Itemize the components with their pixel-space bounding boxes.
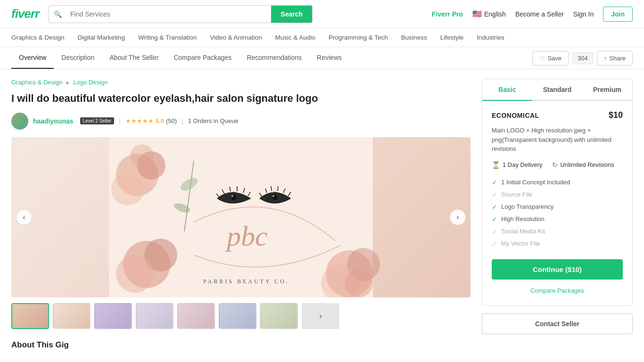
gallery-container: pbc PARRIS BEAUTY CO. ‹ › xyxy=(11,137,471,297)
gallery-prev-button[interactable]: ‹ xyxy=(16,209,32,225)
check-icon: ✓ xyxy=(492,203,497,211)
language-selector[interactable]: 🇺🇸 English xyxy=(472,9,506,18)
fiverr-pro-link[interactable]: Fiverr Pro xyxy=(432,10,463,18)
nav-item-graphics---design[interactable]: Graphics & Design xyxy=(11,28,65,47)
heart-icon: ♡ xyxy=(539,55,545,62)
header-right: Fiverr Pro 🇺🇸 English Become a Seller Si… xyxy=(432,7,633,22)
svg-line-25 xyxy=(271,186,272,191)
breadcrumb-subcategory[interactable]: Logo Design xyxy=(73,79,107,86)
become-seller-link[interactable]: Become a Seller xyxy=(515,10,564,18)
svg-point-4 xyxy=(130,144,154,168)
sign-in-link[interactable]: Sign In xyxy=(573,10,594,18)
sub-nav-item-compare-packages[interactable]: Compare Packages xyxy=(166,47,239,69)
sub-nav-item-overview[interactable]: Overview xyxy=(11,47,54,69)
svg-point-34 xyxy=(345,269,373,297)
rating: ★★★★★ 5.0 (50) xyxy=(125,117,177,124)
delivery-meta: ⏳ 1 Day Delivery xyxy=(492,161,543,169)
seller-info: haadiyounas Level 2 Seller | ★★★★★ 5.0 (… xyxy=(11,113,471,130)
feature-item: ✓High Resolution xyxy=(492,213,623,225)
nav-item-writing---translation[interactable]: Writing & Translation xyxy=(138,28,197,47)
nav-item-industries[interactable]: Industries xyxy=(477,28,504,47)
feature-label: 1 Initial Concept Included xyxy=(501,179,570,186)
feature-item: ✓1 Initial Concept Included xyxy=(492,176,623,189)
breadcrumb-category[interactable]: Graphics & Design xyxy=(11,79,62,86)
thumbnail-2[interactable] xyxy=(53,303,91,329)
sub-nav-item-reviews[interactable]: Reviews xyxy=(309,47,349,69)
share-label: Share xyxy=(609,55,626,62)
breadcrumb-separator: ► xyxy=(65,80,70,85)
nav-item-business[interactable]: Business xyxy=(401,28,427,47)
sub-nav: OverviewDescriptionAbout The SellerCompa… xyxy=(0,47,644,69)
avatar xyxy=(11,113,28,130)
logo[interactable]: fiverr xyxy=(11,7,39,21)
language-label: English xyxy=(484,10,506,18)
package-card: BasicStandardPremium ECONOMICAL $10 Main… xyxy=(482,79,633,306)
nav-item-lifestyle[interactable]: Lifestyle xyxy=(440,28,464,47)
thumbnail-5[interactable] xyxy=(177,303,215,329)
package-body: ECONOMICAL $10 Main LOGO + High resoluti… xyxy=(482,101,632,305)
clock-icon: ⏳ xyxy=(492,161,500,169)
feature-item: ✓Source File xyxy=(492,189,623,201)
save-count: 304 xyxy=(572,52,593,64)
package-tab-basic[interactable]: Basic xyxy=(482,79,532,101)
save-button[interactable]: ♡ Save xyxy=(532,51,569,66)
nav-item-programming---tech[interactable]: Programming & Tech xyxy=(329,28,388,47)
thumbnails: › xyxy=(11,303,471,329)
gig-title: I will do beautiful watercolor eyelash,h… xyxy=(11,91,471,106)
sub-nav-right: ♡ Save 304 ↑ Share xyxy=(532,51,633,66)
sub-nav-item-about-the-seller[interactable]: About The Seller xyxy=(102,47,166,69)
left-column: Graphics & Design ► Logo Design I will d… xyxy=(11,79,471,350)
feature-label: My Vector File xyxy=(501,240,540,247)
seller-badge: Level 2 Seller xyxy=(80,117,115,124)
main-content: Graphics & Design ► Logo Design I will d… xyxy=(0,69,644,359)
package-meta: ⏳ 1 Day Delivery ↻ Unlimited Revisions xyxy=(492,161,623,169)
package-tab-premium[interactable]: Premium xyxy=(582,79,632,101)
rating-value: 5.0 xyxy=(156,117,164,124)
check-icon: ✓ xyxy=(492,179,497,186)
continue-button[interactable]: Continue ($10) xyxy=(492,259,623,280)
feature-label: High Resolution xyxy=(501,215,545,222)
avatar-image xyxy=(11,113,28,130)
feature-label: Social Media Kit xyxy=(501,228,545,235)
thumbnail-1[interactable] xyxy=(11,303,49,329)
gallery-inner: pbc PARRIS BEAUTY CO. xyxy=(11,137,471,297)
thumbnail-next-arrow[interactable]: › xyxy=(302,303,339,329)
svg-point-10 xyxy=(116,255,154,293)
package-tab-standard[interactable]: Standard xyxy=(532,79,582,101)
feature-label: Logo Transparency xyxy=(501,203,553,210)
join-button[interactable]: Join xyxy=(603,7,633,22)
share-button[interactable]: ↑ Share xyxy=(597,51,633,66)
contact-seller-button[interactable]: Contact Seller xyxy=(482,313,633,334)
header: fiverr 🔍 Search Fiverr Pro 🇺🇸 English Be… xyxy=(0,0,644,28)
save-label: Save xyxy=(547,55,561,62)
uncheck-icon: ✓ xyxy=(492,240,497,247)
revisions-label: Unlimited Revisions xyxy=(561,161,614,168)
svg-point-13 xyxy=(231,195,233,197)
search-button[interactable]: Search xyxy=(271,6,312,23)
compare-packages-link[interactable]: Compare Packages xyxy=(492,285,623,296)
package-features: ✓1 Initial Concept Included✓Source File✓… xyxy=(492,176,623,250)
thumbnail-4[interactable] xyxy=(136,303,173,329)
nav-item-digital-marketing[interactable]: Digital Marketing xyxy=(78,28,125,47)
breadcrumb: Graphics & Design ► Logo Design xyxy=(11,79,471,86)
svg-point-22 xyxy=(272,195,274,197)
main-nav: Graphics & DesignDigital MarketingWritin… xyxy=(0,28,644,47)
thumbnail-6[interactable] xyxy=(219,303,256,329)
package-tabs: BasicStandardPremium xyxy=(482,79,632,101)
search-bar: 🔍 Search xyxy=(49,5,313,23)
sub-nav-item-recommendations[interactable]: Recommendations xyxy=(239,47,309,69)
uncheck-icon: ✓ xyxy=(492,228,497,235)
package-name-price: ECONOMICAL $10 xyxy=(492,110,623,120)
share-icon: ↑ xyxy=(604,55,607,62)
nav-item-music---audio[interactable]: Music & Audio xyxy=(275,28,316,47)
sub-nav-item-description[interactable]: Description xyxy=(54,47,102,69)
thumbnail-3[interactable] xyxy=(94,303,132,329)
seller-name[interactable]: haadiyounas xyxy=(33,117,74,125)
svg-text:pbc: pbc xyxy=(225,221,268,252)
separator: | xyxy=(119,117,121,125)
artwork-svg: pbc PARRIS BEAUTY CO. xyxy=(11,137,471,297)
search-input[interactable] xyxy=(66,6,271,22)
thumbnail-7[interactable] xyxy=(260,303,298,329)
nav-item-video---animation[interactable]: Video & Animation xyxy=(210,28,262,47)
gallery-next-button[interactable]: › xyxy=(450,209,466,225)
